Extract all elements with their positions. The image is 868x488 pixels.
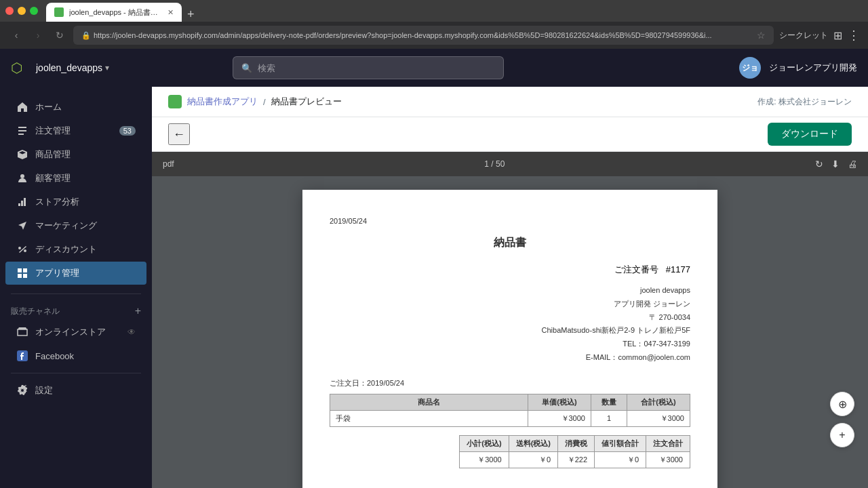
browser-menu-icon[interactable]: ⋮ [848, 28, 860, 43]
sidebar-item-products[interactable]: 商品管理 [5, 143, 146, 166]
sidebar-item-apps[interactable]: アプリ管理 [5, 262, 146, 285]
analytics-icon [16, 196, 28, 208]
qty-cell: 1 [591, 410, 627, 426]
pdf-print-icon[interactable]: 🖨 [848, 159, 857, 169]
new-tab-button[interactable]: + [184, 7, 197, 22]
pdf-content[interactable]: 2019/05/24 納品書 ご注文番号 #1177 joolen devapp… [152, 176, 868, 488]
breadcrumb: 納品書作成アプリ / 納品書プレビュー [168, 95, 342, 108]
pdf-refresh-icon[interactable]: ↻ [815, 159, 823, 169]
float-buttons: ⊕ + [830, 392, 854, 447]
summary-col-discount: 値引額合計 [595, 435, 646, 451]
sidebar-item-discounts[interactable]: ディスカウント [5, 238, 146, 261]
sidebar-label: 注文管理 [35, 125, 113, 137]
sidebar-divider [11, 293, 141, 294]
lock-icon: 🔒 [81, 31, 91, 40]
svg-rect-4 [18, 203, 20, 206]
discounts-icon [16, 243, 28, 256]
pdf-page-info: 1 / 50 [182, 159, 807, 169]
reload-button[interactable]: ↻ [52, 27, 68, 43]
shopify-logo-icon: ⬡ [11, 60, 22, 76]
col-qty: 数量 [591, 394, 627, 410]
sidebar-label: 商品管理 [35, 148, 136, 161]
back-nav-button[interactable]: ‹ [8, 27, 24, 43]
product-name-cell: 手袋 [330, 410, 528, 426]
breadcrumb-current-page: 納品書プレビュー [271, 96, 342, 108]
download-button[interactable]: ダウンロード [768, 123, 852, 146]
bookmark-icon[interactable]: ☆ [757, 30, 766, 41]
summary-col-tax: 消費税 [558, 435, 595, 451]
tax-value: ￥222 [558, 451, 595, 468]
pdf-title: 納品書 [330, 236, 690, 250]
breadcrumb-bar: 納品書作成アプリ / 納品書プレビュー 作成: 株式会社ジョーレン [152, 87, 868, 117]
pdf-summary-table: 小計(税込) 送料(税込) 消費税 値引額合計 注文合計 [459, 435, 690, 468]
sender-line5: E-MAIL：common@joolen.com [330, 351, 690, 365]
sidebar-item-home[interactable]: ホーム [5, 96, 146, 119]
svg-rect-10 [23, 274, 27, 278]
products-icon [16, 148, 28, 161]
sender-name: joolen devapps [330, 284, 690, 298]
toolbar: ← ダウンロード [152, 117, 868, 152]
svg-rect-1 [18, 130, 26, 131]
active-tab[interactable]: joolen_devapps - 納品書作成ア ✕ [46, 3, 182, 22]
col-unit-price: 単価(税込) [528, 394, 591, 410]
store-switcher[interactable]: joolen_devapps ▾ [36, 62, 109, 73]
minimize-button[interactable] [18, 7, 26, 15]
sales-channel-title: 販売チャネル [11, 306, 60, 317]
top-nav-right: ジョ ジョーレンアプリ開発 [739, 57, 857, 79]
orders-icon [16, 125, 28, 137]
sidebar-label: 顧客管理 [35, 172, 136, 184]
forward-nav-button[interactable]: › [30, 27, 46, 43]
sidebar-item-settings[interactable]: 設定 [5, 379, 146, 402]
url-text: https://joolen-devapps.myshopify.com/adm… [94, 31, 751, 39]
shopify-admin: ⬡ joolen_devapps ▾ 🔍 ジョ ジョーレンアプリ開発 [0, 49, 868, 488]
sidebar-item-orders[interactable]: 注文管理 53 [5, 119, 146, 142]
svg-rect-9 [18, 274, 22, 278]
sidebar-item-customers[interactable]: 顧客管理 [5, 167, 146, 190]
pdf-download-icon[interactable]: ⬇ [831, 159, 840, 169]
shipping-value: ￥0 [509, 451, 557, 468]
move-button[interactable]: ⊕ [830, 392, 854, 416]
pdf-toolbar: pdf 1 / 50 ↻ ⬇ 🖨 [152, 152, 868, 176]
search-icon: 🔍 [241, 63, 252, 73]
eye-icon[interactable]: 👁 [127, 327, 136, 337]
svg-rect-8 [23, 268, 27, 272]
breadcrumb-separator: / [263, 97, 266, 107]
chevron-down-icon: ▾ [105, 63, 109, 73]
sidebar-label: マーケティング [35, 220, 136, 232]
pdf-order-date: ご注文日：2019/05/24 [330, 378, 690, 388]
sender-line4: TEL：047-347-3199 [330, 338, 690, 351]
sidebar-label: アプリ管理 [35, 267, 136, 279]
tab-favicon [54, 7, 64, 17]
zoom-in-button[interactable]: + [830, 423, 854, 447]
pdf-date: 2019/05/24 [330, 217, 690, 225]
tab-bar: joolen_devapps - 納品書作成ア ✕ + [46, 0, 863, 22]
url-bar[interactable]: 🔒 https://joolen-devapps.myshopify.com/a… [73, 26, 774, 45]
online-store-icon [16, 326, 28, 338]
col-product-name: 商品名 [330, 394, 528, 410]
sidebar-item-marketing[interactable]: マーケティング [5, 214, 146, 237]
sidebar-label: ディスカウント [35, 243, 136, 256]
search-input[interactable] [258, 63, 495, 73]
summary-col-shipping: 送料(税込) [509, 435, 557, 451]
maximize-button[interactable] [30, 7, 38, 15]
back-button[interactable]: ← [168, 123, 190, 145]
summary-col-total: 注文合計 [646, 435, 690, 451]
breadcrumb-app-link[interactable]: 納品書作成アプリ [187, 96, 258, 108]
tab-close-icon[interactable]: ✕ [167, 8, 174, 17]
traffic-lights [5, 7, 38, 15]
sidebar-label: ホーム [35, 101, 136, 113]
settings-icon [16, 384, 28, 396]
sidebar-item-online-store[interactable]: オンラインストア 👁 [5, 321, 146, 344]
close-button[interactable] [5, 7, 14, 15]
sidebar-item-facebook[interactable]: Facebook [5, 344, 146, 367]
sidebar-label: Facebook [35, 351, 136, 361]
table-row: 手袋 ￥3000 1 ￥3000 [330, 410, 690, 426]
extension-icon[interactable]: ⊞ [833, 29, 842, 42]
pdf-viewer: pdf 1 / 50 ↻ ⬇ 🖨 2019/05/24 納品書 [152, 152, 868, 488]
sender-line1: アプリ開発 ジョーレン [330, 298, 690, 311]
sidebar-item-analytics[interactable]: ストア分析 [5, 190, 146, 214]
search-bar[interactable]: 🔍 [233, 56, 504, 79]
incognito-label: シークレット [779, 30, 828, 41]
add-sales-channel-button[interactable]: + [135, 305, 141, 317]
order-total-value: ￥3000 [646, 451, 690, 468]
